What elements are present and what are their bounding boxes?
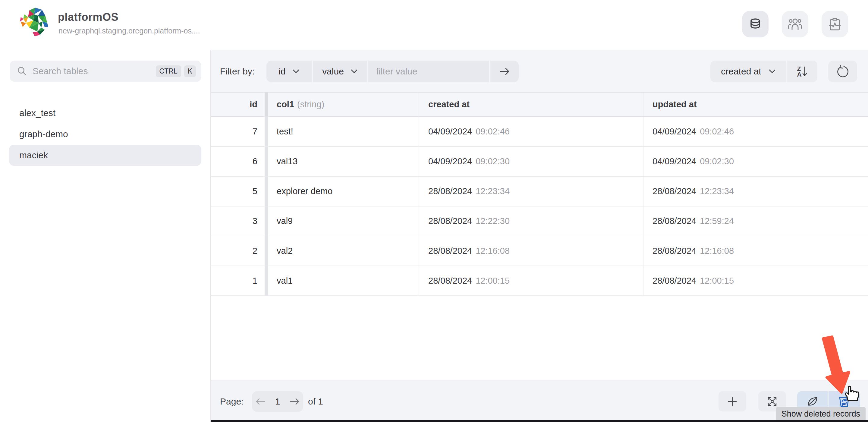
previous-page-button[interactable] [252, 391, 269, 412]
total-pages-label: of 1 [308, 381, 323, 422]
cell-updated-date: 28/08/2024 [652, 216, 696, 226]
filter-value-box [368, 61, 489, 82]
table-name-label: alex_test [19, 108, 56, 118]
chevron-down-icon [769, 69, 776, 74]
users-nav-button[interactable] [782, 11, 808, 37]
refresh-button[interactable] [828, 61, 857, 82]
cell-created-time: 12:23:34 [475, 186, 510, 196]
table-row[interactable]: 3 val9 28/08/202412:22:30 28/08/202412:5… [211, 207, 868, 236]
cell-updated-date: 04/09/2024 [652, 156, 696, 167]
expand-icon [766, 395, 778, 408]
table-name-label: graph-demo [19, 129, 68, 139]
shortcut-ctrl-key: CTRL [156, 65, 181, 77]
filter-operator-dropdown[interactable]: value [313, 61, 367, 82]
column-header-id: id [250, 99, 257, 110]
cell-updated-time: 09:02:46 [700, 127, 734, 137]
cell-id: 1 [253, 276, 257, 286]
cell-updated-time: 12:16:08 [700, 246, 734, 256]
cell-col1: val1 [277, 276, 293, 286]
leaf-icon [806, 395, 819, 408]
cell-created-time: 12:16:08 [475, 246, 510, 256]
cell-created-date: 04/09/2024 [428, 127, 472, 137]
arrow-right-icon [498, 66, 511, 77]
table-header-row: id col1 (string) created at updated at [211, 92, 868, 117]
sort-direction-button[interactable]: ZA [787, 61, 817, 82]
table-footer: Page: 1 of 1 [211, 380, 868, 422]
plus-icon [727, 396, 738, 407]
filter-field-value: id [278, 66, 285, 77]
apply-filter-button[interactable] [490, 61, 519, 82]
cell-created-date: 28/08/2024 [428, 186, 472, 196]
cell-col1: val13 [277, 156, 298, 167]
filter-operator-value: value [322, 66, 344, 77]
current-page-number: 1 [269, 396, 286, 406]
database-icon [748, 17, 763, 31]
cell-created-time: 12:22:30 [475, 216, 510, 226]
show-deleted-records-tooltip: Show deleted records [776, 407, 866, 421]
cell-created-date: 28/08/2024 [428, 276, 472, 286]
pagination-control: 1 [252, 391, 303, 412]
activity-log-nav-button[interactable] [822, 11, 848, 37]
cell-id: 6 [253, 156, 257, 167]
arrow-right-icon [289, 397, 301, 406]
sidebar-item-maciek[interactable]: maciek [9, 145, 201, 166]
cell-id: 7 [253, 127, 257, 137]
table-row[interactable]: 7 test! 04/09/202409:02:46 04/09/202409:… [211, 117, 868, 147]
main-content: Filter by: id value created a [211, 50, 868, 422]
cell-created-date: 04/09/2024 [428, 156, 472, 167]
cell-updated-time: 09:02:30 [700, 156, 734, 167]
sidebar-item-alex-test[interactable]: alex_test [9, 102, 201, 124]
cell-created-date: 28/08/2024 [428, 246, 472, 256]
cell-updated-date: 04/09/2024 [652, 127, 696, 137]
tables-list: alex_test graph-demo maciek [9, 102, 201, 166]
refresh-icon [836, 65, 849, 78]
table-row[interactable]: 1 val1 28/08/202412:00:15 28/08/202412:0… [211, 266, 868, 296]
window-bottom-edge [211, 420, 868, 422]
sort-field-dropdown[interactable]: created at [710, 61, 786, 82]
cell-col1: val2 [277, 246, 293, 256]
cell-updated-time: 12:00:15 [700, 276, 734, 286]
table-row[interactable]: 6 val13 04/09/202409:02:30 04/09/202409:… [211, 147, 868, 177]
arrow-left-icon [254, 397, 267, 406]
column-type-hint: (string) [297, 99, 324, 110]
database-nav-button[interactable] [742, 11, 769, 37]
platformos-logo-icon [18, 5, 51, 39]
search-tables-box[interactable]: CTRL K [10, 61, 201, 82]
next-page-button[interactable] [286, 391, 303, 412]
filter-bar: Filter by: id value created a [211, 50, 868, 92]
top-bar: platformOS new-graphql.staging.oregon.pl… [0, 0, 868, 50]
cell-updated-time: 12:23:34 [700, 186, 734, 196]
cell-created-time: 09:02:46 [475, 127, 510, 137]
users-icon [787, 17, 803, 31]
sort-controls: created at ZA [710, 61, 817, 82]
sidebar: CTRL K alex_test graph-demo maciek [0, 50, 211, 422]
cell-updated-date: 28/08/2024 [652, 246, 696, 256]
table-name-label: maciek [19, 150, 48, 160]
table-row[interactable]: 5 explorer demo 28/08/202412:23:34 28/08… [211, 177, 868, 207]
page-label: Page: [220, 381, 244, 422]
shortcut-k-key: K [184, 65, 196, 77]
filter-field-dropdown[interactable]: id [267, 61, 312, 82]
search-tables-input[interactable] [33, 66, 153, 76]
cell-updated-date: 28/08/2024 [652, 276, 696, 286]
cell-created-date: 28/08/2024 [428, 216, 472, 226]
cell-col1: test! [277, 127, 293, 137]
records-table: id col1 (string) created at updated at 7… [211, 92, 868, 296]
trash-restore-icon [837, 395, 851, 409]
cell-col1: val9 [277, 216, 293, 226]
filter-by-label: Filter by: [220, 50, 255, 93]
filter-value-input[interactable] [376, 66, 489, 77]
chevron-down-icon [350, 69, 358, 74]
sort-descending-icon: ZA [797, 65, 807, 78]
column-header-created-at: created at [428, 99, 470, 110]
filter-controls: id value [267, 61, 519, 82]
cell-col1: explorer demo [277, 186, 333, 196]
cell-id: 5 [253, 186, 257, 196]
cell-id: 3 [253, 216, 257, 226]
add-record-button[interactable] [718, 391, 746, 412]
app-title: platformOS [58, 11, 119, 24]
cell-created-time: 12:00:15 [475, 276, 510, 286]
column-resize-handle[interactable] [265, 93, 268, 116]
sidebar-item-graph-demo[interactable]: graph-demo [9, 124, 201, 145]
table-row[interactable]: 2 val2 28/08/202412:16:08 28/08/202412:1… [211, 236, 868, 266]
